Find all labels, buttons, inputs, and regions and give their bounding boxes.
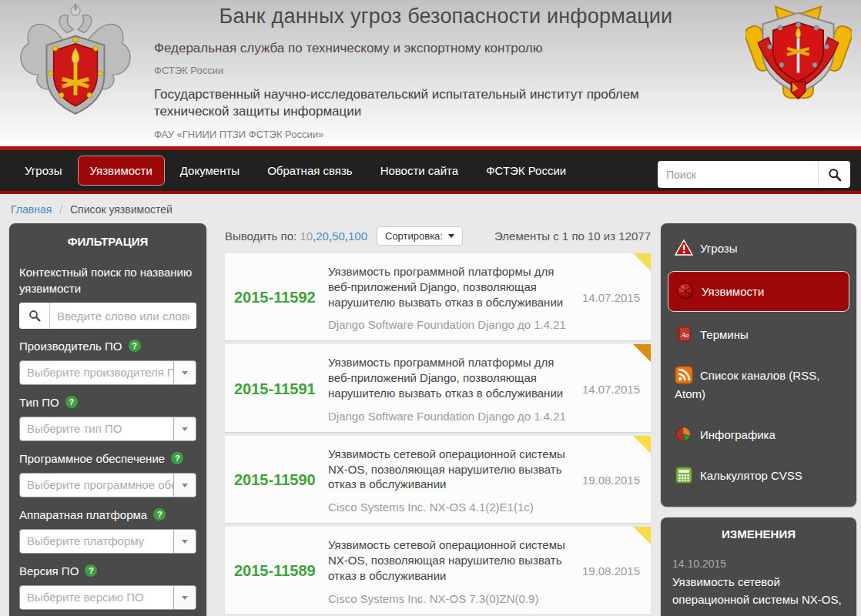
svg-text:Aa: Aa — [681, 331, 689, 339]
per-page-20[interactable]: 20 — [316, 229, 329, 243]
select-placeholder: Выберите производителя ПО — [20, 361, 173, 384]
severity-corner — [633, 527, 651, 544]
select-placeholder: Выберите тип ПО — [20, 417, 173, 440]
help-icon[interactable]: ? — [153, 508, 166, 521]
sidebar-item-label: Калькулятор CVSS — [700, 469, 802, 482]
chevron-down-icon — [173, 530, 196, 553]
per-page-100[interactable]: 100 — [348, 229, 367, 243]
list-toolbar: Выводить по: 10, 20, 50, 100 Сортировка:… — [225, 223, 651, 253]
results-range: Элементы с 1 по 10 из 12077 — [494, 229, 651, 243]
sort-button[interactable]: Сортировка: — [377, 226, 463, 246]
sidebar-menu: Угрозы Уязвимо — [661, 223, 856, 507]
sidebar-item-vulnerabilities[interactable]: Уязвимости — [668, 271, 849, 312]
select-placeholder: Выберите платформу — [20, 530, 173, 553]
help-icon[interactable]: ? — [129, 340, 141, 352]
vulnerability-row: 2015-11589 Уязвимость сетевой операционн… — [225, 527, 651, 614]
filter-label-software: Программное обеспечение ? — [19, 450, 196, 467]
breadcrumb-separator: / — [59, 203, 62, 216]
filter-label-text: Тип ПО — [19, 396, 59, 409]
chevron-down-icon — [448, 234, 454, 238]
vulnerability-row: 2015-11590 Уязвимость сетевой операционн… — [225, 436, 651, 523]
context-search — [19, 303, 196, 329]
rss-icon — [675, 366, 693, 384]
site-header: Банк данных угроз безопасности информаци… — [0, 0, 861, 146]
context-search-input[interactable] — [50, 303, 196, 329]
site-search — [658, 161, 850, 188]
filter-label-hardware: Аппаратная платформа ? — [19, 507, 196, 523]
main-navbar: Угрозы Уязвимости Документы Обратная свя… — [0, 146, 861, 194]
search-button[interactable] — [818, 161, 850, 188]
filter-label-vendor: Производитель ПО ? — [19, 338, 196, 354]
nav-item-threats[interactable]: Угрозы — [12, 156, 75, 186]
filter-label-text: Версия ПО — [19, 564, 79, 578]
vulnerability-bug-icon — [676, 282, 695, 300]
vulnerability-date: 19.08.2015 — [575, 564, 640, 578]
calculator-icon — [675, 466, 693, 484]
vulnerability-title: Уязвимость программной платформы для веб… — [328, 355, 568, 400]
sidebar-item-label: Угрозы — [700, 242, 738, 255]
vulnerability-title: Уязвимость программной платформы для веб… — [328, 264, 568, 310]
sidebar-item-terms[interactable]: Aa Термины — [672, 314, 845, 355]
infographic-pie-icon — [675, 425, 693, 444]
chevron-down-icon — [173, 474, 196, 497]
select-placeholder: Выберите программное обе... — [20, 474, 173, 497]
sidebar-item-infographics[interactable]: Инфографика — [672, 414, 845, 455]
filter-select-hardware[interactable]: Выберите платформу — [19, 529, 196, 554]
filter-select-vendor[interactable]: Выберите производителя ПО — [19, 360, 196, 385]
severity-corner — [633, 436, 651, 454]
vulnerability-vendor: Django Software Foundation Django до 1.4… — [328, 318, 568, 331]
breadcrumb-home[interactable]: Главная — [11, 203, 52, 216]
per-page-50[interactable]: 50 — [332, 229, 345, 243]
breadcrumb: Главная / Список уязвимостей — [0, 194, 861, 223]
help-icon[interactable]: ? — [85, 564, 97, 577]
vulnerability-vendor: Cisco Systems Inc. NX-OS 7.3(0)ZN(0.9) — [328, 592, 568, 605]
filter-select-software[interactable]: Выберите программное обе... — [19, 473, 196, 497]
vulnerability-date: 14.07.2015 — [575, 383, 640, 396]
filter-select-software-type[interactable]: Выберите тип ПО — [19, 417, 196, 441]
vulnerability-id-link[interactable]: 2015-11592 — [234, 289, 320, 306]
sidebar-item-cvss-calculator[interactable]: Калькулятор CVSS — [672, 455, 845, 496]
sidebar-item-rss[interactable]: Список каналов (RSS, Atom) — [672, 355, 845, 414]
site-title: Банк данных угроз безопасности информаци… — [154, 5, 738, 28]
vulnerability-row: 2015-11592 Уязвимость программной платфо… — [225, 253, 651, 340]
filter-label-text: Аппаратная платформа — [19, 508, 147, 521]
per-page-label: Выводить по: — [225, 229, 296, 243]
threat-warning-icon — [675, 239, 693, 257]
terms-book-icon: Aa — [675, 325, 693, 343]
vulnerability-id-link[interactable]: 2015-11591 — [234, 380, 320, 398]
chevron-down-icon — [173, 417, 196, 440]
filter-label-software-type: Тип ПО ? — [19, 394, 196, 410]
change-link[interactable]: Уязвимость сетевой операционной системы … — [672, 573, 845, 616]
vulnerability-vendor: Django Software Foundation Django до 1.4… — [328, 410, 568, 423]
sidebar-item-threats[interactable]: Угрозы — [672, 228, 845, 269]
nav-item-fstec[interactable]: ФСТЭК России — [474, 156, 578, 186]
institute-full-name: Государственный научно-исследовательский… — [154, 86, 685, 120]
change-entry: 14.10.2015 Уязвимость сетевой операционн… — [672, 557, 845, 616]
gniii-emblem — [745, 3, 852, 105]
search-input[interactable] — [658, 161, 818, 188]
severity-corner — [633, 253, 651, 271]
filter-label-text: Производитель ПО — [19, 340, 122, 353]
nav-item-news[interactable]: Новости сайта — [368, 156, 471, 186]
nav-item-feedback[interactable]: Обратная связь — [255, 156, 365, 186]
help-icon[interactable]: ? — [171, 452, 183, 464]
search-icon — [19, 303, 50, 329]
help-icon[interactable]: ? — [65, 396, 78, 408]
chevron-down-icon — [173, 586, 196, 609]
institute-short-name: ФАУ «ГНИИИ ПТЗИ ФСТЭК России» — [154, 129, 738, 140]
context-search-label: Контекстный поиск по названию уязвимости — [19, 264, 196, 296]
filter-label-version: Версия ПО ? — [19, 563, 196, 579]
vulnerability-id-link[interactable]: 2015-11590 — [234, 471, 320, 489]
nav-item-vulnerabilities[interactable]: Уязвимости — [78, 156, 165, 186]
search-icon — [827, 167, 843, 182]
breadcrumb-current: Список уязвимостей — [70, 203, 173, 216]
vulnerability-date: 19.08.2015 — [575, 474, 640, 487]
fstec-emblem — [17, 3, 134, 119]
sidebar-item-label: Инфографика — [700, 428, 776, 441]
fstec-short-name: ФСТЭК России — [154, 65, 738, 76]
nav-item-documents[interactable]: Документы — [168, 156, 252, 186]
vulnerability-id-link[interactable]: 2015-11589 — [234, 562, 320, 580]
vulnerability-vendor: Cisco Systems Inc. NX-OS 4.1(2)E1(1c) — [328, 500, 568, 514]
filter-select-version[interactable]: Выберите версию ПО — [19, 585, 196, 610]
filter-label-text: Программное обеспечение — [19, 452, 165, 465]
